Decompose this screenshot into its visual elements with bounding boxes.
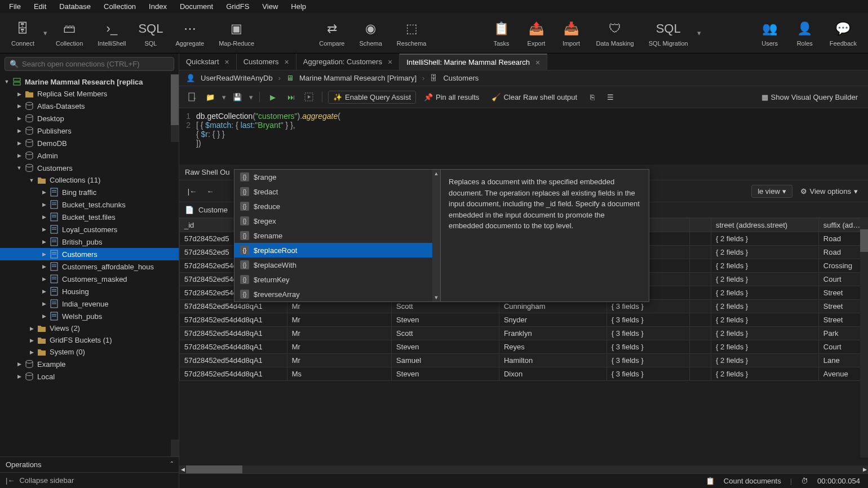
tab-quickstart[interactable]: Quickstart× <box>179 54 237 70</box>
tree-item-publishers[interactable]: ▶Publishers <box>0 125 179 137</box>
tab-intellishell-marine-mammal-research[interactable]: IntelliShell: Marine Mammal Research× <box>400 54 547 70</box>
menu-database[interactable]: Database <box>54 1 96 12</box>
collapse-sidebar-button[interactable]: |← Collapse sidebar <box>0 472 179 488</box>
save-dropdown[interactable]: ▾ <box>248 93 254 101</box>
tree-item-loyal-customers[interactable]: ▶Loyal_customers <box>0 223 179 236</box>
count-documents-button[interactable]: Count documents <box>724 477 781 485</box>
expand-arrow-icon[interactable]: ▶ <box>41 301 47 307</box>
close-icon[interactable]: × <box>225 57 229 66</box>
tree-item-welsh-pubs[interactable]: ▶Welsh_pubs <box>0 310 179 322</box>
expand-arrow-icon[interactable]: ▶ <box>16 128 23 134</box>
breadcrumb-user[interactable]: UserReadWriteAnyDb <box>201 74 273 82</box>
autocomplete-scrollbar[interactable]: ▲ ▼ <box>432 170 440 301</box>
tree-item-views-2-[interactable]: ▶Views (2) <box>0 322 179 334</box>
autocomplete-item[interactable]: {}$returnKey <box>234 272 440 287</box>
table-row[interactable]: 57d28452ed54d4d8qA1MrScottFranklyn{ 3 fi… <box>180 327 868 340</box>
expand-arrow-icon[interactable]: ▶ <box>16 374 23 379</box>
expand-arrow-icon[interactable]: ▶ <box>41 227 47 232</box>
expand-arrow-icon[interactable]: ▶ <box>16 361 23 367</box>
search-input[interactable] <box>22 60 169 68</box>
view-options-button[interactable]: ⚙ View options ▾ <box>796 185 862 197</box>
run-selection-button[interactable] <box>302 90 316 104</box>
table-row[interactable]: 57d28452ed54d4d8qA1MrStevenSnyder{ 3 fie… <box>180 313 868 327</box>
sql-button[interactable]: SQLSQL <box>134 15 167 51</box>
table-row[interactable]: 57d28452ed54d4d8qA1MrSamuelHamilton{ 3 f… <box>180 354 868 367</box>
feedback-button[interactable]: 💬Feedback <box>823 15 863 51</box>
menu-gridfs[interactable]: GridFS <box>220 1 255 12</box>
tree-item-bing-traffic[interactable]: ▶Bing traffic <box>0 186 179 198</box>
menu-collection[interactable]: Collection <box>98 1 141 12</box>
scrollbar-thumb[interactable] <box>186 465 242 473</box>
tree-item-india-revenue[interactable]: ▶India_revenue <box>0 298 179 310</box>
horizontal-scrollbar[interactable]: ◀ ▶ <box>179 465 868 473</box>
roles-button[interactable]: 👤Roles <box>788 15 822 51</box>
tree-item-atlas-datasets[interactable]: ▶Atlas-Datasets <box>0 100 179 112</box>
autocomplete-item[interactable]: {}$redact <box>234 184 440 199</box>
expand-arrow-icon[interactable]: ▶ <box>41 239 47 245</box>
tree-item-customers-affordable-hous[interactable]: ▶Customers_affordable_hous <box>0 260 179 273</box>
expand-arrow-icon[interactable]: ▶ <box>41 189 47 195</box>
enable-query-assist-button[interactable]: ✨ Enable Query Assist <box>328 91 416 104</box>
pin-results-button[interactable]: 📌 Pin all results <box>419 91 484 103</box>
tree-item-demodb[interactable]: ▶DemoDB <box>0 137 179 149</box>
autocomplete-item[interactable]: {}$rename <box>234 228 440 243</box>
save-button[interactable]: 💾 <box>230 90 245 104</box>
toolbar-dropdown[interactable]: ▾ <box>42 29 48 37</box>
autocomplete-item[interactable]: {}$regex <box>234 214 440 228</box>
tab-customers[interactable]: Customers× <box>237 54 296 70</box>
import-button[interactable]: 📥Import <box>554 15 588 51</box>
expand-arrow-icon[interactable]: ▼ <box>16 165 23 171</box>
open-dropdown[interactable]: ▾ <box>221 93 227 101</box>
run-all-button[interactable]: ⏭ <box>284 90 298 104</box>
breadcrumb-database[interactable]: Customers <box>443 74 479 82</box>
expand-arrow-icon[interactable]: ▶ <box>28 338 35 343</box>
tree-item-replica-set-members[interactable]: ▶Replica Set Members <box>0 88 179 100</box>
run-button[interactable]: ▶ <box>265 90 280 104</box>
tree-item-admin[interactable]: ▶Admin <box>0 149 179 162</box>
map-reduce-button[interactable]: ▣Map-Reduce <box>212 15 261 51</box>
reschema-button[interactable]: ⬚Reschema <box>390 15 433 51</box>
autocomplete-item[interactable]: {}$replaceRoot <box>234 243 440 258</box>
schema-button[interactable]: ◉Schema <box>352 15 388 51</box>
expand-arrow-icon[interactable]: ▼ <box>28 178 35 183</box>
expand-arrow-icon[interactable]: ▶ <box>16 153 23 158</box>
menu-edit[interactable]: Edit <box>28 1 52 12</box>
new-file-button[interactable]: + <box>185 90 200 104</box>
scroll-up-icon[interactable]: ▲ <box>432 170 440 178</box>
code-editor[interactable]: 1 db.getCollection("customers").aggregat… <box>179 108 868 165</box>
autocomplete-item[interactable]: {}$reverseArray <box>234 287 440 301</box>
clear-output-button[interactable]: 🧹 Clear Raw shell output <box>487 91 582 103</box>
menu-document[interactable]: Document <box>174 1 219 12</box>
aggregate-button[interactable]: ⋯Aggregate <box>169 15 211 51</box>
menu-file[interactable]: File <box>3 1 26 12</box>
users-button[interactable]: 👥Users <box>753 15 787 51</box>
autocomplete-item[interactable]: {}$replaceWith <box>234 258 440 272</box>
tree-item-customers[interactable]: ▶Customers <box>0 248 179 260</box>
scroll-left-icon[interactable]: ◀ <box>179 465 186 473</box>
tasks-button[interactable]: 📋Tasks <box>484 15 518 51</box>
expand-arrow-icon[interactable]: ▶ <box>41 202 47 207</box>
tree-item-bucket-test-files[interactable]: ▶Bucket_test.files <box>0 211 179 223</box>
tree-item-example[interactable]: ▶Example <box>0 358 179 370</box>
menu-help[interactable]: Help <box>285 1 312 12</box>
tree-item-british-pubs[interactable]: ▶British_pubs <box>0 236 179 248</box>
view-mode-select[interactable]: le view ▾ <box>751 185 792 198</box>
autocomplete-item[interactable]: {}$range <box>234 170 440 184</box>
visual-query-builder-button[interactable]: ▦ Show Visual Query Builder <box>757 91 862 103</box>
autocomplete-item[interactable]: {}$reduce <box>234 199 440 214</box>
scroll-down-icon[interactable]: ▼ <box>432 294 440 301</box>
expand-arrow-icon[interactable]: ▶ <box>41 214 47 220</box>
menu-view[interactable]: View <box>256 1 284 12</box>
expand-arrow-icon[interactable]: ▶ <box>28 326 35 331</box>
expand-arrow-icon[interactable]: ▶ <box>28 349 35 355</box>
tree-item-desktop[interactable]: ▶Desktop <box>0 112 179 125</box>
scroll-right-icon[interactable]: ▶ <box>861 465 868 473</box>
operations-panel-toggle[interactable]: Operations ˆ <box>0 456 179 472</box>
menu-index[interactable]: Index <box>143 1 172 12</box>
compare-button[interactable]: ⇄Compare <box>312 15 351 51</box>
expand-arrow-icon[interactable]: ▶ <box>41 276 47 282</box>
expand-arrow-icon[interactable]: ▶ <box>41 251 47 257</box>
expand-arrow-icon[interactable]: ▶ <box>16 103 23 109</box>
open-file-button[interactable]: 📁 <box>203 90 218 104</box>
tree-item-marine-mammal-research-replica[interactable]: ▼Marine Mammal Research [replica <box>0 76 179 88</box>
